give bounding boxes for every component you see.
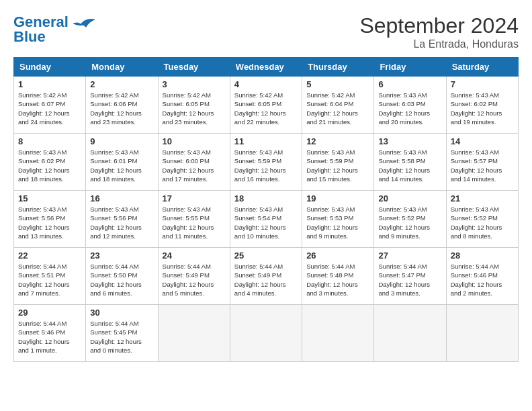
day-number: 6 xyxy=(378,79,441,89)
calendar-cell xyxy=(374,305,446,362)
day-number: 17 xyxy=(163,193,226,203)
calendar-table: Sunday Monday Tuesday Wednesday Thursday… xyxy=(13,57,519,362)
calendar-cell: 19Sunrise: 5:43 AMSunset: 5:53 PMDayligh… xyxy=(302,191,374,248)
calendar-cell xyxy=(158,305,230,362)
day-info: Sunrise: 5:42 AMSunset: 6:06 PMDaylight:… xyxy=(90,91,153,126)
week-row-4: 22Sunrise: 5:44 AMSunset: 5:51 PMDayligh… xyxy=(14,248,519,305)
day-number: 20 xyxy=(378,193,441,203)
day-info: Sunrise: 5:44 AMSunset: 5:50 PMDaylight:… xyxy=(90,262,153,298)
calendar-cell: 30Sunrise: 5:44 AMSunset: 5:45 PMDayligh… xyxy=(86,305,158,362)
day-info: Sunrise: 5:44 AMSunset: 5:46 PMDaylight:… xyxy=(18,319,81,355)
calendar-cell: 3Sunrise: 5:42 AMSunset: 6:05 PMDaylight… xyxy=(158,77,230,134)
col-saturday: Saturday xyxy=(446,58,518,77)
day-number: 10 xyxy=(163,136,226,146)
day-number: 13 xyxy=(378,136,441,146)
day-number: 21 xyxy=(451,193,514,203)
page-header: General Blue September 2024 La Entrada, … xyxy=(13,13,519,50)
day-number: 11 xyxy=(234,136,298,146)
calendar-cell: 5Sunrise: 5:42 AMSunset: 6:04 PMDaylight… xyxy=(302,77,374,134)
day-info: Sunrise: 5:43 AMSunset: 5:56 PMDaylight:… xyxy=(18,205,81,240)
day-number: 25 xyxy=(234,250,298,261)
day-number: 26 xyxy=(306,250,369,261)
day-info: Sunrise: 5:43 AMSunset: 6:02 PMDaylight:… xyxy=(18,148,81,183)
week-row-2: 8Sunrise: 5:43 AMSunset: 6:02 PMDaylight… xyxy=(14,134,519,191)
day-number: 12 xyxy=(306,136,369,146)
day-number: 22 xyxy=(18,250,81,261)
day-info: Sunrise: 5:44 AMSunset: 5:49 PMDaylight:… xyxy=(163,262,226,298)
calendar-subtitle: La Entrada, Honduras xyxy=(359,38,519,50)
calendar-cell: 22Sunrise: 5:44 AMSunset: 5:51 PMDayligh… xyxy=(14,248,86,305)
day-info: Sunrise: 5:44 AMSunset: 5:48 PMDaylight:… xyxy=(306,262,369,298)
logo-bird-icon xyxy=(73,15,97,30)
calendar-cell: 18Sunrise: 5:43 AMSunset: 5:54 PMDayligh… xyxy=(230,191,302,248)
calendar-cell: 10Sunrise: 5:43 AMSunset: 6:00 PMDayligh… xyxy=(158,134,230,191)
calendar-cell: 26Sunrise: 5:44 AMSunset: 5:48 PMDayligh… xyxy=(302,248,374,305)
logo: General Blue xyxy=(13,13,97,46)
day-info: Sunrise: 5:42 AMSunset: 6:05 PMDaylight:… xyxy=(163,91,226,126)
calendar-cell: 7Sunrise: 5:43 AMSunset: 6:02 PMDaylight… xyxy=(446,77,518,134)
day-info: Sunrise: 5:44 AMSunset: 5:47 PMDaylight:… xyxy=(378,262,441,298)
day-number: 28 xyxy=(451,250,514,261)
day-number: 1 xyxy=(18,79,81,89)
day-info: Sunrise: 5:43 AMSunset: 5:57 PMDaylight:… xyxy=(451,148,514,183)
day-number: 14 xyxy=(451,136,514,146)
day-number: 5 xyxy=(306,79,369,89)
day-info: Sunrise: 5:42 AMSunset: 6:07 PMDaylight:… xyxy=(18,91,81,126)
col-thursday: Thursday xyxy=(302,58,374,77)
calendar-cell: 17Sunrise: 5:43 AMSunset: 5:55 PMDayligh… xyxy=(158,191,230,248)
day-info: Sunrise: 5:42 AMSunset: 6:04 PMDaylight:… xyxy=(306,91,369,126)
day-info: Sunrise: 5:43 AMSunset: 6:02 PMDaylight:… xyxy=(451,91,514,126)
calendar-cell: 12Sunrise: 5:43 AMSunset: 5:59 PMDayligh… xyxy=(302,134,374,191)
week-row-1: 1Sunrise: 5:42 AMSunset: 6:07 PMDaylight… xyxy=(14,77,519,134)
day-number: 4 xyxy=(234,79,298,89)
calendar-cell: 14Sunrise: 5:43 AMSunset: 5:57 PMDayligh… xyxy=(446,134,518,191)
day-info: Sunrise: 5:43 AMSunset: 5:52 PMDaylight:… xyxy=(378,205,441,240)
day-info: Sunrise: 5:44 AMSunset: 5:46 PMDaylight:… xyxy=(451,262,514,298)
calendar-cell: 28Sunrise: 5:44 AMSunset: 5:46 PMDayligh… xyxy=(446,248,518,305)
col-friday: Friday xyxy=(374,58,446,77)
day-info: Sunrise: 5:44 AMSunset: 5:45 PMDaylight:… xyxy=(90,319,153,355)
title-block: September 2024 La Entrada, Honduras xyxy=(359,13,519,50)
col-monday: Monday xyxy=(86,58,158,77)
day-number: 15 xyxy=(18,193,81,203)
day-info: Sunrise: 5:43 AMSunset: 5:54 PMDaylight:… xyxy=(234,205,298,240)
calendar-cell: 2Sunrise: 5:42 AMSunset: 6:06 PMDaylight… xyxy=(86,77,158,134)
calendar-cell: 8Sunrise: 5:43 AMSunset: 6:02 PMDaylight… xyxy=(14,134,86,191)
day-info: Sunrise: 5:43 AMSunset: 6:00 PMDaylight:… xyxy=(163,148,226,183)
calendar-cell: 4Sunrise: 5:42 AMSunset: 6:05 PMDaylight… xyxy=(230,77,302,134)
day-info: Sunrise: 5:44 AMSunset: 5:49 PMDaylight:… xyxy=(234,262,298,298)
calendar-cell: 24Sunrise: 5:44 AMSunset: 5:49 PMDayligh… xyxy=(158,248,230,305)
day-info: Sunrise: 5:43 AMSunset: 6:03 PMDaylight:… xyxy=(378,91,441,126)
calendar-cell: 20Sunrise: 5:43 AMSunset: 5:52 PMDayligh… xyxy=(374,191,446,248)
day-info: Sunrise: 5:42 AMSunset: 6:05 PMDaylight:… xyxy=(234,91,298,126)
day-number: 24 xyxy=(163,250,226,261)
calendar-cell: 6Sunrise: 5:43 AMSunset: 6:03 PMDaylight… xyxy=(374,77,446,134)
col-sunday: Sunday xyxy=(14,58,86,77)
day-info: Sunrise: 5:43 AMSunset: 5:53 PMDaylight:… xyxy=(306,205,369,240)
calendar-cell: 9Sunrise: 5:43 AMSunset: 6:01 PMDaylight… xyxy=(86,134,158,191)
calendar-cell: 13Sunrise: 5:43 AMSunset: 5:58 PMDayligh… xyxy=(374,134,446,191)
day-number: 3 xyxy=(163,79,226,89)
day-number: 2 xyxy=(90,79,153,89)
day-number: 29 xyxy=(18,308,81,318)
calendar-cell: 21Sunrise: 5:43 AMSunset: 5:52 PMDayligh… xyxy=(446,191,518,248)
calendar-cell xyxy=(446,305,518,362)
calendar-cell: 27Sunrise: 5:44 AMSunset: 5:47 PMDayligh… xyxy=(374,248,446,305)
day-number: 7 xyxy=(451,79,514,89)
day-info: Sunrise: 5:44 AMSunset: 5:51 PMDaylight:… xyxy=(18,262,81,298)
calendar-cell: 29Sunrise: 5:44 AMSunset: 5:46 PMDayligh… xyxy=(14,305,86,362)
calendar-cell xyxy=(230,305,302,362)
calendar-cell: 11Sunrise: 5:43 AMSunset: 5:59 PMDayligh… xyxy=(230,134,302,191)
day-info: Sunrise: 5:43 AMSunset: 5:52 PMDaylight:… xyxy=(451,205,514,240)
day-number: 30 xyxy=(90,308,153,318)
day-number: 9 xyxy=(90,136,153,146)
calendar-cell: 16Sunrise: 5:43 AMSunset: 5:56 PMDayligh… xyxy=(86,191,158,248)
col-wednesday: Wednesday xyxy=(230,58,302,77)
calendar-cell: 23Sunrise: 5:44 AMSunset: 5:50 PMDayligh… xyxy=(86,248,158,305)
col-tuesday: Tuesday xyxy=(158,58,230,77)
day-number: 23 xyxy=(90,250,153,261)
calendar-cell: 1Sunrise: 5:42 AMSunset: 6:07 PMDaylight… xyxy=(14,77,86,134)
day-info: Sunrise: 5:43 AMSunset: 5:58 PMDaylight:… xyxy=(378,148,441,183)
day-number: 16 xyxy=(90,193,153,203)
day-number: 18 xyxy=(234,193,298,203)
